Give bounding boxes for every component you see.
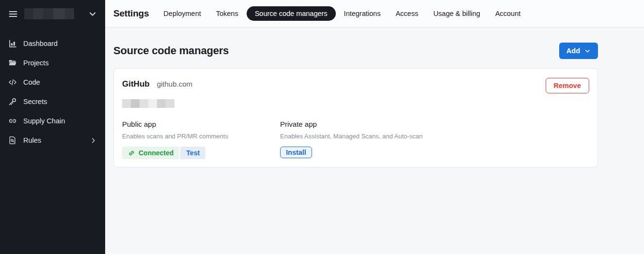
page-head: Source code managers Add xyxy=(113,43,598,59)
private-app-actions: Install xyxy=(280,147,423,158)
tab-tokens[interactable]: Tokens xyxy=(209,6,245,21)
card-header: GitHub github.com xyxy=(122,79,589,89)
public-app-description: Enables scans and PR/MR comments xyxy=(122,133,280,140)
redacted-text-block xyxy=(122,99,589,108)
org-switcher-chevron-down-icon[interactable] xyxy=(88,10,97,18)
provider-name: GitHub xyxy=(122,79,150,89)
chevron-down-icon xyxy=(584,48,591,54)
chain-link-icon xyxy=(128,149,135,157)
redacted-pixel xyxy=(148,99,157,108)
private-app-description: Enables Assistant, Managed Scans, and Au… xyxy=(280,133,423,140)
sidebar-item-label: Code xyxy=(23,78,40,86)
connected-status-badge: Connected xyxy=(122,147,179,159)
add-button[interactable]: Add xyxy=(559,43,598,59)
connected-status-label: Connected xyxy=(139,149,173,157)
sidebar-item-supply-chain[interactable]: Supply Chain xyxy=(0,111,105,131)
sidebar-item-label: Secrets xyxy=(23,98,47,105)
sidebar-item-label: Rules xyxy=(23,136,41,144)
redacted-pixel xyxy=(157,99,166,108)
redacted-pixel xyxy=(140,99,148,108)
sidebar: Dashboard Projects Code Secrets xyxy=(0,0,105,254)
sidebar-header xyxy=(0,0,105,28)
tab-integrations[interactable]: Integrations xyxy=(337,6,388,21)
link-icon xyxy=(8,117,17,125)
page-section-title: Settings xyxy=(113,8,149,19)
private-app-title: Private app xyxy=(280,120,423,128)
folder-icon xyxy=(8,59,17,67)
chevron-right-icon xyxy=(90,137,97,144)
public-app-actions: Connected Test xyxy=(122,147,280,159)
redacted-pixel xyxy=(166,99,174,108)
github-scm-card: GitHub github.com Remove Public app Enab… xyxy=(113,68,598,167)
rules-icon xyxy=(8,136,17,145)
app-window: Dashboard Projects Code Secrets xyxy=(0,0,644,254)
private-app-section: Private app Enables Assistant, Managed S… xyxy=(280,120,423,159)
chart-icon xyxy=(8,39,17,48)
settings-header: Settings Deployment Tokens Source code m… xyxy=(105,0,644,28)
sidebar-item-label: Supply Chain xyxy=(23,117,65,125)
sidebar-nav: Dashboard Projects Code Secrets xyxy=(0,34,105,150)
hamburger-menu-icon[interactable] xyxy=(8,9,18,19)
main-area: Settings Deployment Tokens Source code m… xyxy=(105,0,644,254)
redacted-pixel xyxy=(122,99,131,108)
sidebar-item-secrets[interactable]: Secrets xyxy=(0,92,105,111)
redacted-pixel xyxy=(131,99,140,108)
page-title: Source code managers xyxy=(113,45,229,57)
tab-deployment[interactable]: Deployment xyxy=(157,6,207,21)
connected-badge-group: Connected Test xyxy=(122,147,205,159)
provider-host: github.com xyxy=(157,80,192,88)
test-button[interactable]: Test xyxy=(180,147,205,159)
sidebar-item-projects[interactable]: Projects xyxy=(0,53,105,73)
org-name-redacted xyxy=(24,8,74,19)
public-app-title: Public app xyxy=(122,120,280,128)
sidebar-item-dashboard[interactable]: Dashboard xyxy=(0,34,105,53)
install-button[interactable]: Install xyxy=(280,147,312,158)
sidebar-item-label: Projects xyxy=(23,59,48,67)
content: Source code managers Add GitHub github.c… xyxy=(105,28,644,254)
tab-usage-billing[interactable]: Usage & billing xyxy=(426,6,487,21)
code-icon xyxy=(8,78,17,87)
add-button-label: Add xyxy=(566,47,580,55)
sidebar-item-label: Dashboard xyxy=(23,40,58,47)
key-icon xyxy=(8,97,17,106)
tab-account[interactable]: Account xyxy=(488,6,527,21)
apps-row: Public app Enables scans and PR/MR comme… xyxy=(122,120,589,159)
remove-button[interactable]: Remove xyxy=(546,78,589,93)
sidebar-item-code[interactable]: Code xyxy=(0,73,105,92)
tab-source-code-managers[interactable]: Source code managers xyxy=(247,6,336,21)
sidebar-item-rules[interactable]: Rules xyxy=(0,131,105,150)
public-app-section: Public app Enables scans and PR/MR comme… xyxy=(122,120,280,159)
tab-access[interactable]: Access xyxy=(389,6,425,21)
